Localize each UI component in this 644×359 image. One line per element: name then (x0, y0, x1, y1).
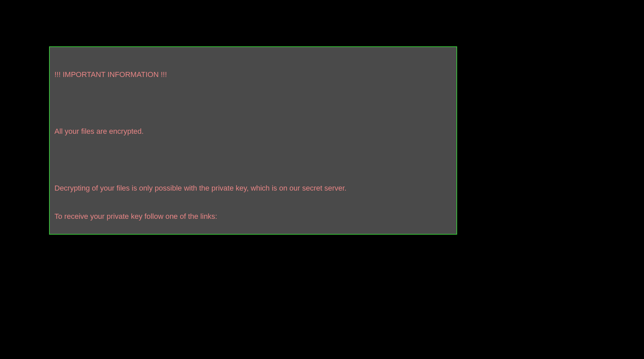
blank-line (54, 155, 452, 165)
note-decrypt-info: Decrypting of your files is only possibl… (54, 184, 452, 193)
note-title: !!! IMPORTANT INFORMATION !!! (54, 70, 452, 79)
blank-line (54, 98, 452, 108)
note-receive-key: To receive your private key follow one o… (54, 212, 452, 221)
note-files-encrypted: All your files are encrypted. (54, 127, 452, 136)
ransom-note-box: !!! IMPORTANT INFORMATION !!! All your f… (49, 46, 457, 235)
